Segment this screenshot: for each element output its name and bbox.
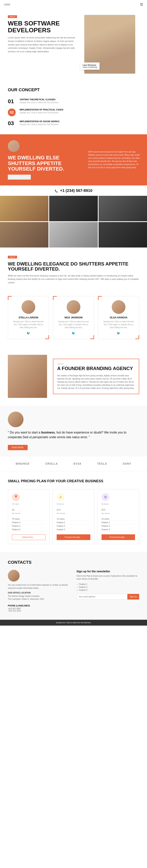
price-feature-2-0: 15 Users xyxy=(57,517,90,521)
photo-bg-5 xyxy=(49,222,98,248)
agency-content: ABOUT A FOUNDER BRANDING AGENCY Are matt… xyxy=(53,359,139,394)
partners-section: BINANCE CROLLA EV3A TESLA SONY xyxy=(0,456,147,471)
price-badge-2: Premium xyxy=(57,503,90,505)
team-avatar-3 xyxy=(112,300,125,314)
price-feature-1-2: Feature 5 xyxy=(12,524,46,528)
price-period-2: Per Servet xyxy=(57,513,90,515)
price-btn-3[interactable]: Proceed Annually → xyxy=(101,534,135,540)
concept-content-3: IMPLEMENTATION OF HOUSE WORKS Sample tex… xyxy=(20,120,59,125)
dwelling-text: While we were not the first home cleanin… xyxy=(8,274,139,284)
contacts-left: You can contact from us of information r… xyxy=(8,570,70,612)
contacts-grid: You can contact from us of information r… xyxy=(8,570,139,612)
contacts-title: CONTACTS xyxy=(8,560,139,565)
team-text-3: Sample text. Click to select the text bo… xyxy=(102,320,135,329)
logo: LOGO xyxy=(4,3,10,6)
price-period-3: Per Servet xyxy=(101,513,135,515)
hero-text: Lorem ipsum dolor sit amet consectetur a… xyxy=(8,36,79,53)
partner-sony: SONY xyxy=(123,462,131,465)
orange-banner: WE DWELLING ELSE SHUTTERS APPETITE YOURS… xyxy=(0,134,147,185)
caption-name: Lara Thomson xyxy=(83,64,97,66)
phone-number: +1 (234) 567-8910 xyxy=(60,188,92,193)
quote-section: " Do you want to start a business, but d… xyxy=(0,406,147,456)
photo-2 xyxy=(49,196,98,221)
concept-item-1: 01 VISITING THEORETICAL CLASSES Sample t… xyxy=(8,98,139,104)
phone-icon: 📞 xyxy=(55,190,58,192)
team-grid: STELLA LARSON Sample text. Click to sele… xyxy=(8,296,139,339)
concept-content-2: IMPLEMENTATION OF PRACTICAL CASES Sample… xyxy=(20,108,63,114)
photo-4 xyxy=(0,222,49,248)
concept-num-3: 03 xyxy=(8,120,16,126)
twitter-icon-1[interactable]: 🐦 xyxy=(26,332,30,335)
newsletter-text: Here're the Plan to boost your success! … xyxy=(77,575,139,580)
banner-text: We'll connect almost anyone from higher … xyxy=(88,150,141,169)
team-avatar-1 xyxy=(22,300,35,314)
newsletter-submit-btn[interactable]: Sign Up xyxy=(127,594,139,599)
hamburger-icon[interactable]: ☰ xyxy=(140,2,143,7)
price-feature-2-2: Feature 3 xyxy=(57,524,90,528)
price-icon-3: ⚙ xyxy=(101,493,109,501)
price-badge-3: Business xyxy=(101,503,135,505)
banner-avatar xyxy=(8,140,20,152)
price-feature-3-2: Feature 3 xyxy=(101,524,135,528)
hero-title: WEB SOFTWARE DEVELOPERS xyxy=(8,20,79,34)
price-amount-1: $0 xyxy=(12,506,46,512)
corner-decoration-br xyxy=(90,335,94,339)
agency-title: A FOUNDER BRANDING AGENCY xyxy=(57,366,135,371)
photo-bg-2 xyxy=(49,196,98,221)
photo-bg-4 xyxy=(0,222,49,248)
newsletter-form: Sign Up xyxy=(77,594,139,599)
price-features-2: 15 Users Feature 2 Feature 3 Feature 4 xyxy=(57,517,90,531)
newsletter-list: Feature 1 Feature 2 Feature 3 xyxy=(77,583,139,591)
phone-label: PHONE (LANDLINES) xyxy=(8,604,30,607)
contact-text: You can contact from us of information r… xyxy=(8,584,70,590)
concept-list: 01 VISITING THEORETICAL CLASSES Sample t… xyxy=(8,98,139,126)
concept-content-1: VISITING THEORETICAL CLASSES Sample text… xyxy=(20,98,59,103)
price-feature-1-0: 70 Users xyxy=(12,517,46,521)
about-badge: ABOUT xyxy=(8,15,17,18)
partner-ev3a: EV3A xyxy=(74,462,82,465)
price-amount-3: $59 xyxy=(101,506,135,512)
contact-avatar xyxy=(8,570,20,582)
banner-btn[interactable]: Learn more details xyxy=(8,175,31,180)
photo-3 xyxy=(98,196,147,221)
partner-crolla: CROLLA xyxy=(45,462,58,465)
caption-role: Head of Marketing xyxy=(83,66,97,68)
team-text-2: Sample text. Click to select the text bo… xyxy=(57,320,90,329)
contacts-right: Sign up for the newsletter Here're the P… xyxy=(77,570,139,612)
pricing-title: SMALL PRICING PLAN FOR YOUR CREATIVE BUS… xyxy=(8,479,139,483)
corner-decoration xyxy=(8,296,12,300)
newsletter-email-input[interactable] xyxy=(77,594,127,599)
photo-bg-3 xyxy=(98,196,147,221)
concept-section: OUR CONCEPT 01 VISITING THEORETICAL CLAS… xyxy=(0,80,147,134)
team-section: STELLA LARSON Sample text. Click to sele… xyxy=(0,292,147,347)
phone-number-2: +913 312 2331 xyxy=(8,610,30,612)
photo-bg-1 xyxy=(0,196,49,221)
hero-content: ABOUT WEB SOFTWARE DEVELOPERS Lorem ipsu… xyxy=(8,15,79,56)
corner-decoration xyxy=(53,296,57,300)
concept-item-2: 02 IMPLEMENTATION OF PRACTICAL CASES Sam… xyxy=(8,108,139,116)
hero-image-area: Lara Thomson Head of Marketing xyxy=(84,15,139,73)
price-feature-1-3: Feature 8 xyxy=(12,528,46,531)
quote-person-avatar xyxy=(8,411,24,427)
team-card-1: STELLA LARSON Sample text. Click to sele… xyxy=(8,296,49,339)
twitter-icon-3[interactable]: 🐦 xyxy=(117,332,121,335)
concept-heading-2: IMPLEMENTATION OF PRACTICAL CASES xyxy=(20,108,63,111)
price-btn-2[interactable]: Proceed Annually → xyxy=(57,534,90,540)
read-more-btn[interactable]: READ MORE xyxy=(8,445,28,450)
contact-address: The Courtyard, 4Open 5, Glemordo, USA xyxy=(8,598,70,600)
partner-binance: BINANCE xyxy=(16,462,30,465)
photo-bg-6 xyxy=(98,222,147,248)
team-name-2: NICK JHONSON xyxy=(57,316,90,319)
price-btn-1[interactable]: Upload Free → xyxy=(12,534,46,540)
twitter-icon-2[interactable]: 🐦 xyxy=(71,332,76,335)
photo-1 xyxy=(0,196,49,221)
phone-number-1: +812 047 6957 xyxy=(8,608,30,610)
banner-title: WE DWELLING ELSE SHUTTERS APPETITE YOURS… xyxy=(8,155,80,172)
newsletter-feature-1: Feature 1 xyxy=(77,583,139,586)
concept-item-3: 03 IMPLEMENTATION OF HOUSE WORKS Sample … xyxy=(8,120,139,126)
price-icon-2: ★ xyxy=(57,493,64,501)
pricing-card-2: ★ Premium $29 Per Servet 15 Users Featur… xyxy=(53,489,94,544)
phone-item: PHONE (LANDLINES) +812 047 6957 +913 312… xyxy=(8,604,30,612)
photo-grid xyxy=(0,196,147,248)
concept-heading-1: VISITING THEORETICAL CLASSES xyxy=(20,98,59,101)
